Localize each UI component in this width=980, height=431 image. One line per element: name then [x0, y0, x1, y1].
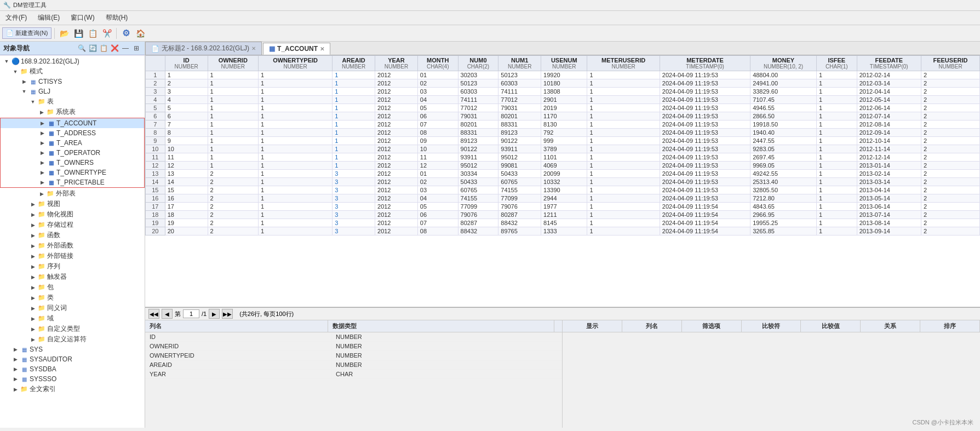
tree-toggle-sysdba[interactable]: ▶ [11, 365, 20, 373]
page-input[interactable] [183, 309, 199, 318]
tree-toggle-sequences[interactable]: ▶ [28, 262, 37, 271]
toolbar-btn-4[interactable]: ✂️ [100, 27, 113, 40]
tree-toggle-t-account[interactable]: ▶ [38, 119, 47, 128]
tree-toggle-classes[interactable]: ▶ [28, 294, 37, 302]
tab-account-close[interactable]: ✕ [320, 46, 324, 52]
tree-item-sequences[interactable]: ▶ 📁 序列 [0, 261, 145, 272]
tree-item-ext-links[interactable]: ▶ 📁 外部链接 [0, 251, 145, 261]
panel-icon-collapse[interactable]: 📋 [99, 43, 108, 53]
tree-item-sysdba[interactable]: ▶ ▦ SYSDBA [0, 364, 145, 374]
tree-toggle-sys[interactable]: ▶ [11, 345, 20, 354]
tree-item-systables[interactable]: ▶ 📁 系统表 [0, 107, 145, 117]
tree-item-sys[interactable]: ▶ ▦ SYS [0, 344, 145, 354]
tree-item-ctisys[interactable]: ▶ ▦ CTISYS [0, 77, 145, 87]
tree-toggle-ext-functions[interactable]: ▶ [28, 242, 37, 250]
tree-item-t-account[interactable]: ▶ ▦ T_ACCOUNT [1, 118, 144, 128]
page-next-btn[interactable]: ▶ [209, 309, 220, 319]
table-row[interactable]: 19192132012078028788432814512024-04-09 1… [146, 219, 980, 227]
tree-toggle-t-ownertype[interactable]: ▶ [38, 168, 47, 177]
tree-item-triggers[interactable]: ▶ 📁 触发器 [0, 272, 145, 282]
table-row[interactable]: 441112012047411177012290112024-04-09 11:… [146, 96, 980, 104]
bottom-col-row[interactable]: YEARCHAR [145, 370, 562, 379]
table-row[interactable]: 17172132012057709979076197712024-04-09 1… [146, 203, 980, 211]
tree-toggle-matviews[interactable]: ▶ [28, 210, 37, 219]
menu-help[interactable]: 帮助(H) [102, 12, 131, 24]
table-row[interactable]: 12121112012129501299081406912024-04-09 1… [146, 162, 980, 170]
tree-item-fulltext[interactable]: ▶ 📁 全文索引 [0, 384, 145, 394]
tree-item-matviews[interactable]: ▶ 📁 物化视图 [0, 209, 145, 220]
tree-toggle-views[interactable]: ▶ [28, 200, 37, 209]
tree-item-schema[interactable]: ▼ 📁 模式 [0, 66, 145, 77]
tree-toggle-schema[interactable]: ▼ [11, 67, 20, 76]
tree-item-packages[interactable]: ▶ 📁 包 [0, 282, 145, 292]
tree-item-functions[interactable]: ▶ 📁 函数 [0, 230, 145, 240]
tree-item-syssso[interactable]: ▶ ▦ SYSSSO [0, 374, 145, 384]
tree-toggle-ext-tables[interactable]: ▶ [37, 189, 46, 198]
panel-icon-minimize[interactable]: — [121, 43, 130, 53]
panel-icon-expand[interactable]: ❌ [110, 43, 119, 53]
toolbar-btn-2[interactable]: 💾 [72, 27, 85, 40]
page-prev-btn[interactable]: ◀ [162, 309, 173, 319]
tree-item-tables[interactable]: ▼ 📁 表 [0, 96, 145, 107]
toolbar-btn-1[interactable]: 📂 [58, 27, 71, 40]
tree-item-ext-functions[interactable]: ▶ 📁 外部函数 [0, 240, 145, 251]
bottom-col-data[interactable]: IDNUMBEROWNERIDNUMBEROWNERTYPEIDNUMBERAR… [145, 332, 562, 428]
tree-item-t-area[interactable]: ▶ ▦ T_AREA [1, 138, 144, 148]
tree-toggle-t-address[interactable]: ▶ [38, 129, 47, 137]
tree-toggle-sysauditor[interactable]: ▶ [11, 355, 20, 364]
tree-toggle-t-owners[interactable]: ▶ [38, 158, 47, 167]
tree-item-t-ownertype[interactable]: ▶ ▦ T_OWNERTYPE [1, 168, 144, 177]
tree-toggle-procedures[interactable]: ▶ [28, 221, 37, 229]
table-row[interactable]: 99111201209891239012299912024-04-09 11:1… [146, 137, 980, 145]
bottom-col-row[interactable]: OWNERTYPEIDNUMBER [145, 351, 562, 360]
toolbar-btn-6[interactable]: 🏠 [134, 27, 147, 40]
toolbar-btn-5[interactable]: ⚙ [119, 27, 133, 40]
tree-toggle-domains[interactable]: ▶ [28, 314, 37, 323]
tree-toggle-custom-ops[interactable]: ▶ [28, 335, 37, 344]
table-row[interactable]: 551112012057701279031201912024-04-09 11:… [146, 104, 980, 112]
page-first-btn[interactable]: ◀◀ [148, 309, 159, 319]
tree-item-domains[interactable]: ▶ 📁 域 [0, 313, 145, 324]
table-row[interactable]: 10101112012109012293911378912024-04-09 1… [146, 145, 980, 153]
toolbar-btn-3[interactable]: 📋 [86, 27, 99, 40]
tree-toggle-t-pricetable[interactable]: ▶ [38, 178, 47, 187]
bottom-col-row[interactable]: IDNUMBER [145, 332, 562, 342]
tree-item-t-owners[interactable]: ▶ ▦ T_OWNERS [1, 158, 144, 168]
tree-item-sysauditor[interactable]: ▶ ▦ SYSAUDITOR [0, 354, 145, 364]
tree-item-custom-types[interactable]: ▶ 📁 自定义类型 [0, 324, 145, 334]
panel-icon-close[interactable]: ⊞ [131, 43, 141, 53]
new-query-button[interactable]: 📄 新建查询(N) [2, 27, 51, 39]
tree-toggle-syssso[interactable]: ▶ [11, 375, 20, 383]
table-row[interactable]: 771112012078020188331813012024-04-09 11:… [146, 120, 980, 129]
tree-item-t-address[interactable]: ▶ ▦ T_ADDRESS [1, 128, 144, 138]
tree-toggle-glj[interactable]: ▼ [20, 87, 28, 96]
table-row[interactable]: 151521320120360765741551339012024-04-09 … [146, 186, 980, 194]
bottom-col-row[interactable]: OWNERIDNUMBER [145, 342, 562, 351]
tab-query-close[interactable]: ✕ [251, 45, 256, 51]
tree-item-synonyms[interactable]: ▶ 📁 同义词 [0, 303, 145, 313]
tree-toggle-fulltext[interactable]: ▶ [11, 385, 20, 394]
tree-toggle-synonyms[interactable]: ▶ [28, 304, 37, 313]
tab-t-account[interactable]: ▦ T_ACCOUNT ✕ [263, 43, 330, 55]
data-table-container[interactable]: IDNUMBEROWNERIDNUMBEROWNERTYPEIDNUMBERAR… [145, 55, 980, 307]
tree-toggle-t-operator[interactable]: ▶ [38, 148, 47, 157]
table-row[interactable]: 16162132012047415577099294412024-04-09 1… [146, 194, 980, 203]
tree-toggle-custom-types[interactable]: ▶ [28, 325, 37, 334]
tree-item-procedures[interactable]: ▶ 📁 存储过程 [0, 220, 145, 230]
panel-icon-refresh[interactable]: 🔄 [88, 43, 98, 53]
menu-edit[interactable]: 编辑(E) [35, 12, 63, 24]
table-row[interactable]: 131321320120130334504332009912024-04-09 … [146, 170, 980, 178]
tree-toggle-tables[interactable]: ▼ [28, 97, 37, 106]
table-row[interactable]: 2211120120250123603031018012024-04-09 11… [146, 79, 980, 88]
table-row[interactable]: 661112012067903180201117012024-04-09 11:… [146, 112, 980, 120]
tab-query[interactable]: 📄 无标题2 - 168.9.202.162(GLJ) ✕ [145, 42, 262, 55]
table-row[interactable]: 3311120120360303741111380812024-04-09 11… [146, 88, 980, 96]
tree-toggle-functions[interactable]: ▶ [28, 231, 37, 240]
tree-item-glj[interactable]: ▼ ▦ GLJ [0, 87, 145, 96]
tree-toggle-systables[interactable]: ▶ [37, 108, 46, 117]
tree-item-custom-ops[interactable]: ▶ 📁 自定义运算符 [0, 334, 145, 344]
table-row[interactable]: 18182132012067907680287121112024-04-09 1… [146, 211, 980, 219]
table-row[interactable]: 141421320120250433607651033212024-04-09 … [146, 178, 980, 186]
tree-toggle-packages[interactable]: ▶ [28, 283, 37, 292]
tree-toggle-t-area[interactable]: ▶ [38, 139, 47, 147]
